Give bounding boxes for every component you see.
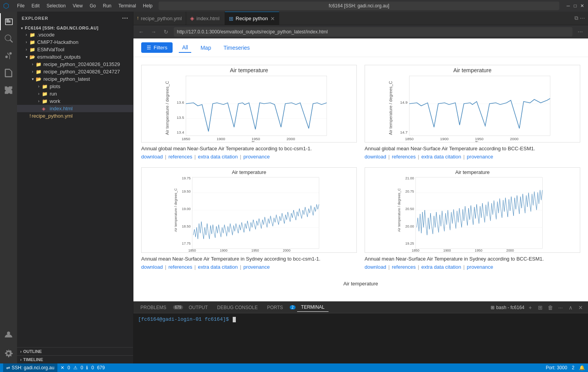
browser-tab-icon: ⊞ [229,16,233,22]
chart-links-4: download | references | extra data citat… [365,264,580,270]
svg-text:13.4: 13.4 [177,130,185,134]
tree-arrow-plots: › [36,84,42,89]
sidebar-item-recipe-013529[interactable]: › 📁 recipe_python_20240826_013529 [17,61,133,68]
split-editor-icon[interactable]: ⧉ [574,15,578,22]
chart3-provenance-link[interactable]: provenance [244,264,270,270]
back-button[interactable]: ← [137,27,146,37]
tab-recipe-yaml[interactable]: ! recipe_python.yml [133,12,186,25]
chart1-provenance-link[interactable]: provenance [244,154,270,160]
panel-add-terminal-icon[interactable]: + [526,303,534,312]
chart1-references-link[interactable]: references [168,154,192,160]
chart2-references-link[interactable]: references [392,154,415,160]
sidebar-item-recipe-yml[interactable]: › ! recipe_python.yml [17,112,133,120]
filter-tab-timeseries[interactable]: Timeseries [220,43,253,52]
panel-tab-output[interactable]: OUTPUT [185,303,211,312]
chart4-references-link[interactable]: references [392,264,415,270]
chart2-provenance-link[interactable]: provenance [467,154,493,160]
activity-explorer[interactable] [0,13,17,30]
tab-recipe-python[interactable]: ⊞ Recipe python ✕ [225,12,279,25]
chart3-citation-link[interactable]: extra data citation [198,264,238,270]
menu-file[interactable]: File [14,2,28,9]
browser-content: ☰ Filters All Map Timeseries Air tempera… [133,38,588,301]
chart1-citation-link[interactable]: extra data citation [198,154,238,160]
sidebar-item-work[interactable]: › 📁 work [17,97,133,105]
panel-split-icon[interactable]: ⊞ [536,303,545,312]
filter-bar: ☰ Filters All Map Timeseries [133,38,588,57]
activity-account[interactable] [0,326,17,343]
svg-text:Air temperature: Air temperature [455,169,490,175]
chart1-download-link[interactable]: download [141,154,163,160]
minimize-icon[interactable]: ─ [566,3,571,9]
activity-extensions[interactable] [0,82,17,99]
panel-tab-debug[interactable]: DEBUG CONSOLE [213,303,262,312]
svg-text:13.5: 13.5 [177,115,185,120]
chart2-citation-link[interactable]: extra data citation [421,154,461,160]
filter-tab-map[interactable]: Map [197,43,214,52]
url-bar[interactable]: http://127.0.0.1:3000/esmvaltool_outputs… [174,27,572,37]
activity-git[interactable] [0,47,17,64]
tree-root[interactable]: ▾ FC6164 [SSH: GADI.NCI.ORG.AU] [17,25,133,31]
sidebar-item-recipe-024727[interactable]: › 📁 recipe_python_20240826_024727 [17,68,133,75]
chart3-references-link[interactable]: references [168,264,192,270]
forward-button[interactable]: → [149,27,158,37]
menu-help[interactable]: Help [140,2,156,9]
html-file-icon: ◈ [190,15,194,21]
chart4-citation-link[interactable]: extra data citation [421,264,461,270]
menu-go[interactable]: Go [86,2,99,9]
chart-card-2: Air temperature Air temperature / degree… [365,65,580,160]
svg-text:13.6: 13.6 [177,100,185,104]
panel-trash-icon[interactable]: 🗑 [546,303,555,312]
outline-header[interactable]: › OUTLINE [17,348,133,355]
panel-up-icon[interactable]: ∧ [566,303,575,312]
panel-tab-ports[interactable]: PORTS [263,303,287,312]
panel-more-icon[interactable]: ··· [556,303,565,312]
timeline-header[interactable]: › TIMELINE [17,356,133,363]
terminal-prompt: [fc6164@gadi-login-01 fc6164]$ [138,316,229,322]
sidebar-item-vscode[interactable]: › 📁 .vscode [17,31,133,38]
menu-run[interactable]: Run [100,2,114,9]
panel-close-icon[interactable]: ✕ [576,303,585,312]
menu-selection[interactable]: Selection [43,2,69,9]
chart4-provenance-link[interactable]: provenance [467,264,493,270]
chart4-download-link[interactable]: download [365,264,386,270]
panel-tab-problems[interactable]: PROBLEMS [137,303,170,312]
filter-tab-all[interactable]: All [179,43,191,53]
menu-terminal[interactable]: Terminal [115,2,139,9]
reload-button[interactable]: ↻ [161,27,171,37]
tree-arrow-outputs: ▾ [23,55,29,59]
more-actions-icon[interactable]: ··· [580,15,585,22]
activity-search[interactable] [0,30,17,47]
browser-settings-icon[interactable]: ··· [576,27,585,37]
sidebar-item-cmip7[interactable]: › 📁 CMIP7-Hackathon [17,38,133,46]
activity-settings[interactable] [0,345,17,362]
svg-text:Air temperature: Air temperature [232,169,266,175]
sidebar-item-recipe-latest[interactable]: ▾ 📂 recipe_python_latest [17,75,133,83]
sidebar-item-plots[interactable]: › 📁 plots [17,83,133,90]
chart-svg-4: Air temperature Air temperature / degree… [365,167,580,253]
sidebar-more-icon[interactable]: ··· [122,15,128,22]
sidebar-item-run[interactable]: › 📁 run [17,90,133,97]
panel-tab-terminal[interactable]: TERMINAL [297,303,329,312]
chart-links-2: download | references | extra data citat… [365,154,580,160]
svg-text:19.00: 19.00 [182,207,190,211]
chart2-download-link[interactable]: download [365,154,386,160]
tab-index-html[interactable]: ◈ index.html [186,12,225,25]
svg-text:17.75: 17.75 [182,242,190,245]
menu-view[interactable]: View [69,2,86,9]
problems-count-status: 679 [97,365,105,370]
sidebar-item-outputs[interactable]: ▾ 📂 esmvaltool_outputs [17,53,133,61]
close-icon[interactable]: ✕ [579,3,585,9]
sidebar-item-esmvaltool[interactable]: › 📁 ESMValTool [17,46,133,53]
maximize-icon[interactable]: □ [572,3,578,9]
svg-rect-32 [192,177,319,249]
chart3-download-link[interactable]: download [141,264,163,270]
sidebar-item-index-html[interactable]: › ◈ index.html [17,105,133,112]
menu-edit[interactable]: Edit [28,2,43,9]
content-area: ☰ Filters All Map Timeseries Air tempera… [133,38,588,301]
activity-debug[interactable] [0,64,17,82]
problems-count-badge: 679 [173,305,183,309]
folder-icon-plots: 📁 [42,84,48,89]
ssh-status[interactable]: ⇌ SSH: gadi.nci.org.au [3,363,57,372]
filters-button[interactable]: ☰ Filters [141,42,173,53]
tab-close-icon[interactable]: ✕ [270,16,275,22]
